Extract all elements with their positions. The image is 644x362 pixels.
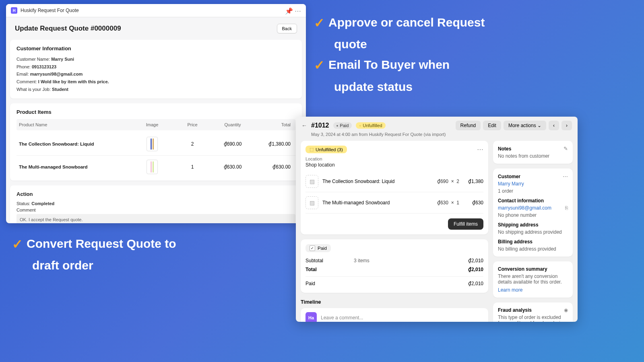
app-name: Huskify Request For Quote <box>21 8 282 13</box>
page-title: Update Request Quote #0000009 <box>15 25 121 33</box>
kebab-icon[interactable]: ⋯ <box>477 146 483 153</box>
refund-button[interactable]: Refund <box>456 121 481 130</box>
app-icon: H <box>11 7 17 14</box>
unfulfilled-badge: Unfulfilled <box>356 122 385 129</box>
edit-icon[interactable]: ✎ <box>564 146 568 152</box>
more-actions-button[interactable]: More actions ⌄ <box>504 121 546 130</box>
product-thumb <box>132 137 172 151</box>
page-title-bar: Update Request Quote #0000009 Back <box>6 17 306 40</box>
product-thumb <box>132 160 172 174</box>
pin-icon[interactable]: 📌 <box>285 7 291 14</box>
avatar: Ha <box>305 312 317 322</box>
learn-more-link[interactable]: Learn more <box>498 287 568 293</box>
table-header: Product Name Image Price Quantity Total <box>17 119 295 130</box>
chevron-down-icon: ⌄ <box>537 123 541 128</box>
copy-icon[interactable]: ⎘ <box>565 205 568 211</box>
status-line: Status: Completed <box>17 201 295 206</box>
location-label: Location <box>305 156 483 161</box>
fraud-card: Fraud analysis◉ This type of order is ex… <box>493 302 573 322</box>
customer-name-row: Customer Name: Marry Suni <box>17 56 295 63</box>
customer-section-title: Customer Information <box>17 45 295 51</box>
line-item: ▨ The Collection Snowboard: Liquid ₫690 … <box>305 171 483 192</box>
customer-link[interactable]: Marry Marry <box>498 181 568 187</box>
table-row: The Multi-managed Snowboard 1 ₫630.00 ₫6… <box>17 155 295 178</box>
order-panel: ← #1012 Paid Unfulfilled Refund Edit Mor… <box>296 117 578 322</box>
image-placeholder-icon: ▨ <box>305 196 318 209</box>
eye-icon[interactable]: ◉ <box>564 307 568 313</box>
location-value: Shop location <box>305 162 483 168</box>
order-subtitle: May 3, 2024 at 4:00 am from Huskify Requ… <box>296 132 578 141</box>
next-button[interactable]: › <box>561 121 572 130</box>
notes-card: Notes✎ No notes from customer <box>493 141 573 164</box>
caption-left: ✓Convert Request Quote to draft order <box>12 233 294 276</box>
products-card: Product Items Product Name Image Price Q… <box>10 103 302 181</box>
action-title: Action <box>17 191 295 197</box>
payment-card: Paid Subtotal3 items₫2,010 Total₫2,010 P… <box>301 239 488 293</box>
products-section-title: Product Items <box>17 109 295 115</box>
paid-pill: Paid <box>305 244 331 252</box>
table-row: The Collection Snowboard: Liquid 2 ₫690.… <box>17 133 295 155</box>
timeline-title: Timeline <box>301 298 488 308</box>
customer-phone-row: Phone: 0913123123 <box>17 63 295 71</box>
edit-button[interactable]: Edit <box>483 121 501 130</box>
customer-email-row: Email: marrysuni98@gmail.com <box>17 70 295 78</box>
comment-input[interactable]: Leave a comment... <box>321 315 483 321</box>
kebab-icon[interactable]: ⋯ <box>563 173 568 179</box>
comment-label: Comment <box>17 208 295 212</box>
customer-card: Customer Information Customer Name: Marr… <box>10 40 302 99</box>
check-icon: ✓ <box>314 12 328 34</box>
email-link[interactable]: marrysuni98@gmail.com <box>498 205 551 211</box>
back-arrow-icon[interactable]: ← <box>301 122 307 129</box>
order-number: #1012 <box>311 122 329 129</box>
conversion-card: Conversion summary There aren't any conv… <box>493 261 573 298</box>
prev-button[interactable]: ‹ <box>549 121 559 130</box>
order-header: ← #1012 Paid Unfulfilled Refund Edit Mor… <box>296 117 578 132</box>
customer-comment-row: Comment: I Wold like by item with this p… <box>17 78 295 86</box>
box-icon <box>310 147 314 152</box>
customer-card: Customer⋯ Marry Marry 1 order Contact in… <box>493 169 573 257</box>
customer-job-row: What is your Job: Student <box>17 86 295 93</box>
check-icon: ✓ <box>12 233 27 255</box>
caption-right: ✓Approve or cancel Request quote ✓Email … <box>314 12 580 97</box>
fulfillment-card: Unfulfilled (3) ⋯ Location Shop location… <box>301 141 488 234</box>
more-icon[interactable]: ⋯ <box>295 7 301 14</box>
quote-panel: H Huskify Request For Quote 📌 ⋯ Update R… <box>6 4 306 223</box>
comment-input[interactable]: OK. I accept the Request quote. <box>17 214 295 223</box>
back-button[interactable]: Back <box>277 24 297 33</box>
line-item: ▨ The Multi-managed Snowboard ₫630 × 1 ₫… <box>305 192 483 214</box>
image-placeholder-icon: ▨ <box>305 175 318 188</box>
paid-badge: Paid <box>333 122 352 129</box>
timeline-card: Ha Leave a comment... ☺ @ # ⊘ Post <box>301 308 488 322</box>
check-icon: ✓ <box>314 54 328 76</box>
app-header: H Huskify Request For Quote 📌 ⋯ <box>6 4 306 17</box>
fulfill-button[interactable]: Fulfill items <box>448 218 483 230</box>
timeline-section: Timeline Ha Leave a comment... ☺ @ # ⊘ P <box>301 298 488 322</box>
action-card: Action Status: Completed Comment OK. I a… <box>10 185 302 223</box>
unfulfilled-count-badge: Unfulfilled (3) <box>305 146 347 153</box>
